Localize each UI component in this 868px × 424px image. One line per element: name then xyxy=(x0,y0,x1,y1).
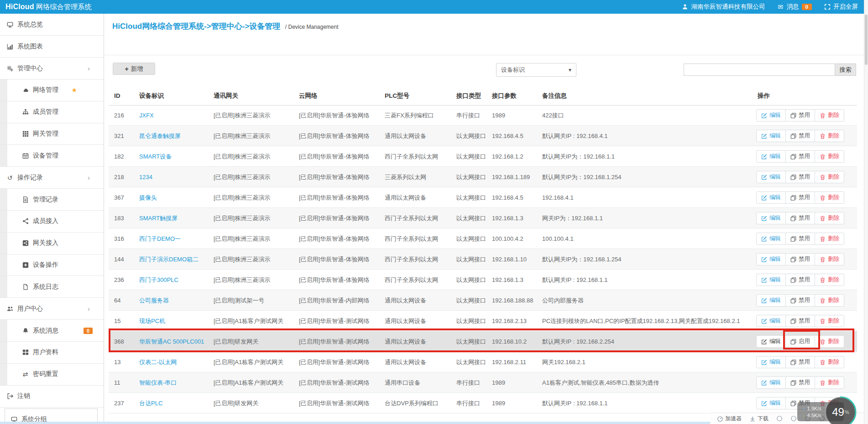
vertical-scrollbar[interactable] xyxy=(864,0,868,424)
cell-name: JXFX xyxy=(139,105,154,126)
search-button[interactable]: 搜索 xyxy=(835,64,856,76)
edit-button[interactable]: 编辑 xyxy=(756,397,786,409)
sidebar-item-system-charts[interactable]: 系统图表 xyxy=(0,36,104,58)
toggle-enable-button[interactable]: 禁用 xyxy=(785,212,815,224)
delete-button[interactable]: 删除 xyxy=(815,376,844,389)
delete-button[interactable]: 删除 xyxy=(815,191,844,204)
accelerator-label: 加速器 xyxy=(725,415,742,423)
edit-button[interactable]: 编辑 xyxy=(756,212,786,224)
device-name-link[interactable]: 华辰智通AC 500PLC001 xyxy=(139,338,204,345)
edit-button[interactable]: 编辑 xyxy=(756,191,786,204)
sidebar-item-member-access[interactable]: 成员接入 xyxy=(0,211,104,233)
toggle-enable-button[interactable]: 禁用 xyxy=(785,274,815,286)
sidebar-item-user-center[interactable]: 用户中心› xyxy=(0,298,104,320)
device-name-link[interactable]: 西门子DEMO一 xyxy=(139,235,181,242)
delete-button[interactable]: 删除 xyxy=(815,294,844,307)
edit-button[interactable]: 编辑 xyxy=(756,233,786,245)
column-header: 接口类型 xyxy=(456,87,481,105)
edit-button[interactable]: 编辑 xyxy=(756,294,786,307)
delete-button[interactable]: 删除 xyxy=(815,274,844,286)
messages-menu[interactable]: ✉ 消息 0 xyxy=(777,3,812,11)
device-name-link[interactable]: 西门子300PLC xyxy=(139,276,178,283)
device-name-link[interactable]: 智能仪表-串口 xyxy=(139,379,177,386)
delete-button[interactable]: 删除 xyxy=(815,233,844,245)
sidebar-item-gateway-management[interactable]: 网关管理 xyxy=(0,123,104,145)
sidebar-item-logout[interactable]: 注销 xyxy=(0,386,104,408)
search-input[interactable] xyxy=(684,64,835,76)
button-label: 禁用 xyxy=(799,379,810,387)
edit-button[interactable]: 编辑 xyxy=(756,376,786,389)
table-row: 182SMART设备[已启用]株洲三菱演示[已启用]华辰智通-体验网络西门子全系… xyxy=(109,146,857,167)
edit-button[interactable]: 编辑 xyxy=(756,109,786,122)
browser-download-button[interactable]: 下载 xyxy=(749,415,769,423)
toggle-enable-button[interactable]: 禁用 xyxy=(785,171,815,183)
device-name-link[interactable]: 仪表二-以太网 xyxy=(139,359,177,366)
browser-assistant-bubble[interactable]: 49 % xyxy=(824,396,857,424)
browser-tool-button-2[interactable] xyxy=(790,415,797,422)
edit-button[interactable]: 编辑 xyxy=(756,315,786,327)
cell-name: 西门子演示DEMO箱二 xyxy=(139,249,199,270)
edit-button[interactable]: 编辑 xyxy=(756,171,786,183)
delete-button[interactable]: 删除 xyxy=(815,150,844,163)
edit-button[interactable]: 编辑 xyxy=(756,274,786,286)
toggle-enable-button[interactable]: 禁用 xyxy=(785,294,815,307)
device-name-link[interactable]: 台达PLC xyxy=(139,400,162,407)
toggle-enable-button[interactable]: 禁用 xyxy=(785,315,815,327)
fullscreen-toggle[interactable]: 开启全屏 xyxy=(824,3,858,11)
delete-button[interactable]: 删除 xyxy=(815,130,844,142)
toggle-enable-button[interactable]: 启用 xyxy=(785,335,815,348)
toggle-enable-button[interactable]: 禁用 xyxy=(785,376,815,389)
sidebar-item-user-profile[interactable]: 用户资料 xyxy=(0,342,104,364)
edit-button[interactable]: 编辑 xyxy=(756,150,786,163)
browser-tool-button-1[interactable] xyxy=(776,415,783,422)
sidebar-item-password-reset[interactable]: ⇄密码重置 xyxy=(0,364,104,386)
add-device-button[interactable]: + 新增 xyxy=(113,63,155,75)
column-header: 云网络 xyxy=(299,87,318,105)
delete-button[interactable]: 删除 xyxy=(815,171,844,183)
toggle-enable-button[interactable]: 禁用 xyxy=(785,191,815,204)
toggle-enable-button[interactable]: 禁用 xyxy=(785,109,815,122)
sidebar-item-member-management[interactable]: 成员管理 xyxy=(0,101,104,123)
device-name-link[interactable]: 摄像头 xyxy=(139,194,157,201)
edit-button[interactable]: 编辑 xyxy=(756,356,786,368)
edit-button[interactable]: 编辑 xyxy=(756,335,786,348)
cell-cloud: [已启用]华辰智通-测试网络 xyxy=(299,311,370,331)
browser-accelerator-button[interactable]: 加速器 xyxy=(716,415,742,423)
delete-button[interactable]: 删除 xyxy=(815,335,844,348)
toggle-enable-button[interactable]: 禁用 xyxy=(785,356,815,368)
device-name-link[interactable]: JXFX xyxy=(139,112,154,119)
sidebar-item-system-overview[interactable]: 系统总览 xyxy=(0,14,104,36)
sidebar-item-management-center[interactable]: 管理中心› xyxy=(0,58,104,80)
device-name-link[interactable]: 昆仑通泰触摸屏 xyxy=(139,132,181,139)
toggle-enable-button[interactable]: 禁用 xyxy=(785,130,815,142)
sidebar-item-system-messages[interactable]: 系统消息0 xyxy=(0,320,104,342)
toggle-enable-button[interactable]: 禁用 xyxy=(785,150,815,163)
toggle-enable-button[interactable]: 禁用 xyxy=(785,233,815,245)
delete-button[interactable]: 删除 xyxy=(815,109,844,122)
sidebar-item-device-management[interactable]: 设备管理 xyxy=(0,145,104,167)
delete-button[interactable]: 删除 xyxy=(815,315,844,327)
sidebar-item-operation-records[interactable]: ↺操作记录› xyxy=(0,167,104,189)
delete-button[interactable]: 删除 xyxy=(815,212,844,224)
sidebar-item-network-management[interactable]: 网络管理★ xyxy=(0,80,104,101)
delete-button[interactable]: 删除 xyxy=(815,253,844,265)
sidebar-item-device-operations[interactable]: 设备操作 xyxy=(0,254,104,276)
device-name-link[interactable]: 公司服务器 xyxy=(139,297,169,304)
device-name-link[interactable]: SMART设备 xyxy=(139,153,172,160)
device-name-link[interactable]: 现场PC机 xyxy=(139,318,165,324)
edit-button[interactable]: 编辑 xyxy=(756,253,786,265)
sidebar-item-management-records[interactable]: 管理记录 xyxy=(0,189,104,211)
table-row: 367摄像头[已启用]株洲三菱演示[已启用]华辰智通-体验网络通用以太网设备以太… xyxy=(109,187,857,208)
device-name-link[interactable]: 西门子演示DEMO箱二 xyxy=(139,256,199,263)
toggle-enable-button[interactable]: 禁用 xyxy=(785,253,815,265)
scrollbar-thumb[interactable] xyxy=(865,15,868,65)
delete-button[interactable]: 删除 xyxy=(815,356,844,368)
sidebar-item-gateway-access[interactable]: 网关接入 xyxy=(0,233,104,254)
device-name-link[interactable]: 1234 xyxy=(139,174,152,180)
company-menu[interactable]: 湖南华辰智通科技有限公司 xyxy=(682,3,765,11)
cell-iface: 以太网接口 xyxy=(456,228,486,249)
device-name-link[interactable]: SMART触摸屏 xyxy=(139,215,178,222)
edit-button[interactable]: 编辑 xyxy=(756,130,786,142)
sidebar-item-system-logs[interactable]: 系统日志 xyxy=(0,276,104,298)
filter-field-select[interactable]: 设备标识 ▾ xyxy=(496,63,576,77)
